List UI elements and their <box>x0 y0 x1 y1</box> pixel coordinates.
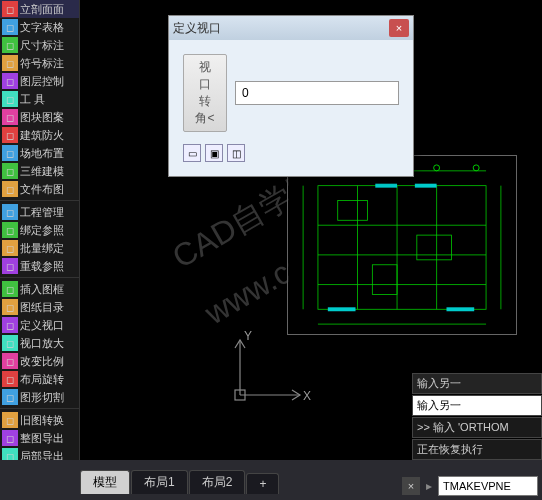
sidebar-tool-item[interactable]: ◻改变比例 <box>0 352 79 370</box>
tool-label: 建筑防火 <box>20 128 64 143</box>
tool-icon: ◻ <box>2 1 18 17</box>
sidebar-tool-item[interactable]: ◻整图导出 <box>0 429 79 447</box>
tool-label: 绑定参照 <box>20 223 64 238</box>
tool-label: 图形切割 <box>20 390 64 405</box>
tool-icon: ◻ <box>2 430 18 446</box>
status-line[interactable]: 输入另一 <box>412 395 542 416</box>
tool-icon: ◻ <box>2 145 18 161</box>
tool-label: 三维建模 <box>20 164 64 179</box>
sidebar-tool-item[interactable]: ◻三维建模 <box>0 162 79 180</box>
viewport-angle-input[interactable] <box>235 81 399 105</box>
close-icon[interactable]: × <box>389 19 409 37</box>
tool-label: 旧图转换 <box>20 413 64 428</box>
sidebar-tool-item[interactable]: ◻场地布置 <box>0 144 79 162</box>
status-line: >> 输入 'ORTHOM <box>412 417 542 438</box>
command-input[interactable] <box>438 476 538 496</box>
tool-label: 视口放大 <box>20 336 64 351</box>
tool-label: 布局旋转 <box>20 372 64 387</box>
option-icon-1[interactable]: ▭ <box>183 144 201 162</box>
tool-label: 图纸目录 <box>20 300 64 315</box>
tool-label: 尺寸标注 <box>20 38 64 53</box>
tool-label: 文字表格 <box>20 20 64 35</box>
option-icon-2[interactable]: ▣ <box>205 144 223 162</box>
sidebar-tool-item[interactable]: ◻符号标注 <box>0 54 79 72</box>
sidebar-tool-item[interactable]: ◻建筑防火 <box>0 126 79 144</box>
svg-text:Y: Y <box>244 330 252 343</box>
sidebar-tool-item[interactable]: ◻批量绑定 <box>0 239 79 257</box>
tool-icon: ◻ <box>2 181 18 197</box>
svg-text:X: X <box>303 389 311 403</box>
sidebar-tool-item[interactable]: ◻视口放大 <box>0 334 79 352</box>
tool-icon: ◻ <box>2 317 18 333</box>
dialog-title: 定义视口 <box>173 20 389 37</box>
sidebar-tool-item[interactable]: ◻图纸目录 <box>0 298 79 316</box>
dialog-titlebar[interactable]: 定义视口 × <box>169 16 413 40</box>
tool-icon: ◻ <box>2 19 18 35</box>
add-tab-button[interactable]: + <box>246 473 279 494</box>
sidebar-tool-item[interactable]: ◻绑定参照 <box>0 221 79 239</box>
sidebar-tool-item[interactable]: ◻立剖面面 <box>0 0 79 18</box>
tool-label: 改变比例 <box>20 354 64 369</box>
tool-label: 图层控制 <box>20 74 64 89</box>
command-history: 输入另一 输入另一 >> 输入 'ORTHOM 正在恢复执行 <box>412 372 542 460</box>
tool-icon: ◻ <box>2 37 18 53</box>
sidebar-tool-item[interactable]: ◻布局旋转 <box>0 370 79 388</box>
sidebar-tool-item[interactable]: ◻尺寸标注 <box>0 36 79 54</box>
svg-rect-0 <box>288 156 515 334</box>
svg-rect-16 <box>415 184 437 188</box>
layout-tab[interactable]: 模型 <box>80 470 130 494</box>
floorplan-viewport[interactable] <box>287 155 517 335</box>
tool-label: 工 具 <box>20 92 45 107</box>
option-icon-3[interactable]: ◫ <box>227 144 245 162</box>
tool-icon: ◻ <box>2 371 18 387</box>
layout-tab[interactable]: 布局1 <box>131 470 188 494</box>
tool-icon: ◻ <box>2 299 18 315</box>
sidebar-tool-item[interactable]: ◻图形切割 <box>0 388 79 406</box>
tool-icon: ◻ <box>2 222 18 238</box>
tool-label: 批量绑定 <box>20 241 64 256</box>
command-close-icon[interactable]: × <box>402 477 420 495</box>
viewport-angle-button[interactable]: 视口转角< <box>183 54 227 132</box>
tool-label: 图块图案 <box>20 110 64 125</box>
sidebar-tool-item[interactable]: ◻定义视口 <box>0 316 79 334</box>
tool-label: 工程管理 <box>20 205 64 220</box>
sidebar-tool-item[interactable]: ◻图层控制 <box>0 72 79 90</box>
tool-icon: ◻ <box>2 109 18 125</box>
tool-icon: ◻ <box>2 335 18 351</box>
tool-icon: ◻ <box>2 389 18 405</box>
tool-label: 文件布图 <box>20 182 64 197</box>
tool-sidebar: ◻立剖面面◻文字表格◻尺寸标注◻符号标注◻图层控制◻工 具◻图块图案◻建筑防火◻… <box>0 0 80 500</box>
ucs-indicator: Y X <box>225 330 315 410</box>
tool-icon: ◻ <box>2 281 18 297</box>
status-line: 正在恢复执行 <box>412 439 542 460</box>
tool-label: 场地布置 <box>20 146 64 161</box>
sidebar-tool-item[interactable]: ◻重载参照 <box>0 257 79 275</box>
bottom-bar: 模型布局1布局2+ × ▸ <box>0 460 542 500</box>
tool-label: 立剖面面 <box>20 2 64 17</box>
tool-icon: ◻ <box>2 258 18 274</box>
sidebar-tool-item[interactable]: ◻图块图案 <box>0 108 79 126</box>
sidebar-tool-item[interactable]: ◻工 具 <box>0 90 79 108</box>
svg-rect-18 <box>447 307 475 311</box>
tool-icon: ◻ <box>2 353 18 369</box>
svg-rect-15 <box>375 184 397 188</box>
sidebar-tool-item[interactable]: ◻插入图框 <box>0 280 79 298</box>
tool-icon: ◻ <box>2 55 18 71</box>
sidebar-tool-item[interactable]: ◻文字表格 <box>0 18 79 36</box>
chevron-right-icon: ▸ <box>422 479 436 493</box>
sidebar-tool-item[interactable]: ◻旧图转换 <box>0 411 79 429</box>
tool-icon: ◻ <box>2 73 18 89</box>
tool-label: 定义视口 <box>20 318 64 333</box>
status-line: 输入另一 <box>412 373 542 394</box>
sidebar-tool-item[interactable]: ◻文件布图 <box>0 180 79 198</box>
tool-icon: ◻ <box>2 127 18 143</box>
tool-icon: ◻ <box>2 91 18 107</box>
tool-label: 重载参照 <box>20 259 64 274</box>
tool-label: 插入图框 <box>20 282 64 297</box>
tool-icon: ◻ <box>2 163 18 179</box>
define-viewport-dialog: 定义视口 × 视口转角< ▭ ▣ ◫ <box>168 15 414 177</box>
layout-tab[interactable]: 布局2 <box>189 470 246 494</box>
svg-rect-17 <box>328 307 356 311</box>
sidebar-tool-item[interactable]: ◻工程管理 <box>0 203 79 221</box>
layout-tabs: 模型布局1布局2+ <box>0 466 280 494</box>
